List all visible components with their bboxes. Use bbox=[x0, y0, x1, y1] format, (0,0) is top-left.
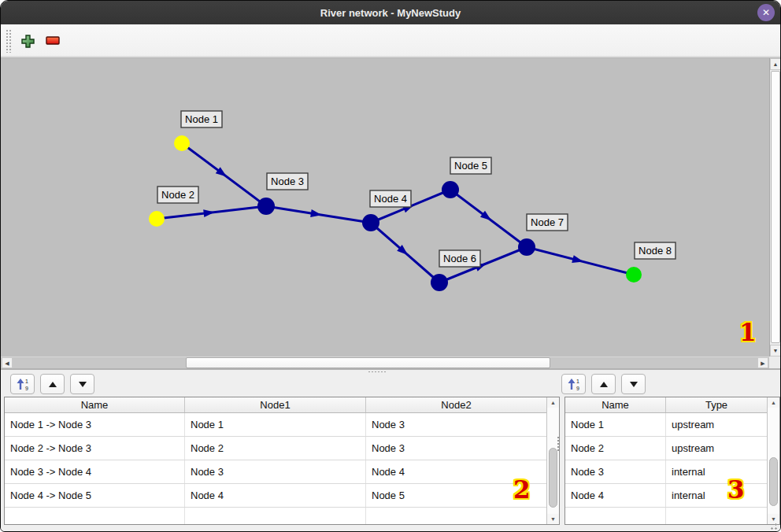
toolbar-drag-handle[interactable] bbox=[6, 29, 11, 53]
node-sort-button[interactable]: 1 9 bbox=[561, 374, 586, 394]
triangle-up-icon bbox=[600, 382, 608, 387]
scroll-left-button[interactable]: ◀ bbox=[2, 357, 13, 368]
table-cell[interactable]: Node 3 bbox=[185, 460, 366, 483]
app-window: River network - MyNewStudy ✕ No bbox=[0, 0, 781, 532]
table-row[interactable]: Node 4 -> Node 5Node 4Node 5 bbox=[5, 484, 559, 508]
node-table-header: NameType bbox=[565, 397, 779, 413]
reach-table-scrollbar[interactable]: ▲ ▼ bbox=[546, 397, 559, 524]
table-cell[interactable] bbox=[666, 508, 768, 525]
arrow-left-icon: ◀ bbox=[5, 360, 9, 366]
table-cell[interactable]: upstream bbox=[666, 413, 768, 436]
column-header[interactable]: Node1 bbox=[185, 397, 366, 412]
table-row[interactable]: Node 2 -> Node 3Node 2Node 3 bbox=[5, 437, 559, 460]
table-cell[interactable]: Node 2 -> Node 3 bbox=[5, 437, 185, 460]
graph-node[interactable] bbox=[149, 211, 165, 227]
canvas-horizontal-scrollbar[interactable]: ◀ ▶ bbox=[1, 357, 769, 368]
table-row[interactable]: Node 3 -> Node 4Node 3Node 4 bbox=[5, 460, 559, 484]
column-header[interactable]: Name bbox=[565, 397, 666, 412]
table-cell[interactable]: Node 3 bbox=[366, 413, 547, 436]
table-cell[interactable]: Node 3 bbox=[366, 437, 547, 460]
column-header[interactable]: Type bbox=[666, 397, 768, 412]
node-label: Node 3 bbox=[271, 175, 304, 187]
vertical-splitter[interactable] bbox=[557, 436, 560, 452]
table-cell[interactable]: internal bbox=[666, 460, 768, 483]
close-button[interactable]: ✕ bbox=[757, 4, 775, 21]
scroll-thumb[interactable] bbox=[769, 457, 778, 506]
table-row[interactable]: Node 1upstream bbox=[565, 413, 779, 437]
table-cell[interactable]: Node 2 bbox=[565, 437, 666, 460]
scroll-thumb[interactable] bbox=[549, 448, 557, 508]
arrow-up-icon: ▲ bbox=[550, 400, 556, 405]
edge-arrow-icon bbox=[572, 255, 583, 263]
svg-text:9: 9 bbox=[25, 386, 28, 391]
node-label: Node 5 bbox=[454, 160, 487, 172]
table-row[interactable]: Node 3internal bbox=[565, 460, 779, 484]
table-row[interactable]: Node 1 -> Node 3Node 1Node 3 bbox=[5, 413, 559, 437]
scroll-down-button[interactable]: ▼ bbox=[547, 514, 559, 524]
window-title: River network - MyNewStudy bbox=[320, 7, 461, 19]
reach-move-up-button[interactable] bbox=[40, 374, 65, 394]
river-network-canvas[interactable]: Node 1Node 2Node 3Node 4Node 5Node 6Node… bbox=[1, 58, 769, 357]
svg-text:1: 1 bbox=[576, 379, 579, 384]
edge-arrow-icon bbox=[310, 209, 322, 217]
sort-1-9-icon: 1 9 bbox=[17, 378, 29, 391]
svg-text:9: 9 bbox=[576, 386, 579, 391]
graph-node[interactable] bbox=[362, 214, 379, 231]
table-cell[interactable]: Node 4 bbox=[366, 460, 547, 483]
node-label: Node 6 bbox=[443, 253, 476, 264]
table-cell[interactable]: Node 4 bbox=[565, 484, 666, 507]
graph-node[interactable] bbox=[518, 238, 535, 256]
table-cell[interactable] bbox=[366, 508, 547, 525]
scroll-down-button[interactable]: ▼ bbox=[770, 345, 781, 357]
graph-node[interactable] bbox=[442, 181, 459, 198]
table-cell[interactable]: Node 3 -> Node 4 bbox=[5, 460, 185, 483]
table-cell[interactable]: Node 2 bbox=[185, 437, 366, 460]
canvas-vertical-scrollbar[interactable]: ▲ ▼ bbox=[769, 58, 781, 357]
scroll-right-button[interactable]: ▶ bbox=[757, 357, 768, 368]
graph-node[interactable] bbox=[257, 198, 275, 215]
node-table-scrollbar[interactable]: ▲ ▼ bbox=[767, 397, 779, 524]
horizontal-scroll-thumb[interactable] bbox=[186, 357, 550, 368]
add-node-button[interactable] bbox=[17, 31, 38, 51]
table-row[interactable]: Node 4internal bbox=[565, 484, 779, 508]
table-cell[interactable]: Node 3 bbox=[565, 460, 666, 483]
reach-table-toolbar: 1 9 bbox=[10, 374, 94, 394]
arrow-down-icon: ▼ bbox=[771, 516, 776, 522]
table-row[interactable] bbox=[5, 508, 559, 525]
reach-sort-button[interactable]: 1 9 bbox=[10, 374, 35, 394]
reach-table: NameNode1Node2 Node 1 -> Node 3Node 1Nod… bbox=[4, 397, 560, 525]
node-label: Node 2 bbox=[161, 189, 194, 201]
node-table-toolbar: 1 9 bbox=[561, 374, 646, 394]
table-cell[interactable] bbox=[185, 508, 366, 525]
triangle-down-icon bbox=[630, 382, 638, 387]
table-cell[interactable]: Node 4 -> Node 5 bbox=[5, 484, 185, 507]
scroll-up-button[interactable]: ▲ bbox=[547, 397, 559, 408]
graph-node[interactable] bbox=[174, 135, 190, 151]
graph-node[interactable] bbox=[626, 267, 642, 283]
vertical-scroll-thumb[interactable] bbox=[771, 71, 780, 343]
reach-move-down-button[interactable] bbox=[70, 374, 94, 394]
table-cell[interactable]: Node 5 bbox=[366, 484, 547, 507]
table-row[interactable] bbox=[565, 508, 779, 525]
table-cell[interactable]: Node 1 -> Node 3 bbox=[5, 413, 185, 436]
table-cell[interactable]: internal bbox=[666, 484, 768, 507]
scrollbar-corner bbox=[769, 357, 781, 368]
node-move-up-button[interactable] bbox=[591, 374, 616, 394]
node-move-down-button[interactable] bbox=[621, 374, 646, 394]
close-icon: ✕ bbox=[762, 7, 770, 18]
table-row[interactable]: Node 2upstream bbox=[565, 437, 779, 460]
remove-node-button[interactable] bbox=[43, 31, 63, 51]
scroll-up-button[interactable]: ▲ bbox=[768, 397, 779, 408]
node-label: Node 1 bbox=[185, 113, 218, 125]
table-cell[interactable]: Node 4 bbox=[185, 484, 366, 507]
table-cell[interactable]: Node 1 bbox=[565, 413, 666, 436]
table-cell[interactable] bbox=[5, 508, 185, 525]
table-cell[interactable] bbox=[565, 508, 666, 525]
scroll-up-button[interactable]: ▲ bbox=[770, 58, 781, 70]
arrow-up-icon: ▲ bbox=[771, 400, 776, 405]
graph-node[interactable] bbox=[431, 274, 448, 291]
table-cell[interactable]: Node 1 bbox=[185, 413, 366, 436]
column-header[interactable]: Node2 bbox=[366, 397, 547, 412]
column-header[interactable]: Name bbox=[5, 397, 185, 412]
table-cell[interactable]: upstream bbox=[666, 437, 768, 460]
